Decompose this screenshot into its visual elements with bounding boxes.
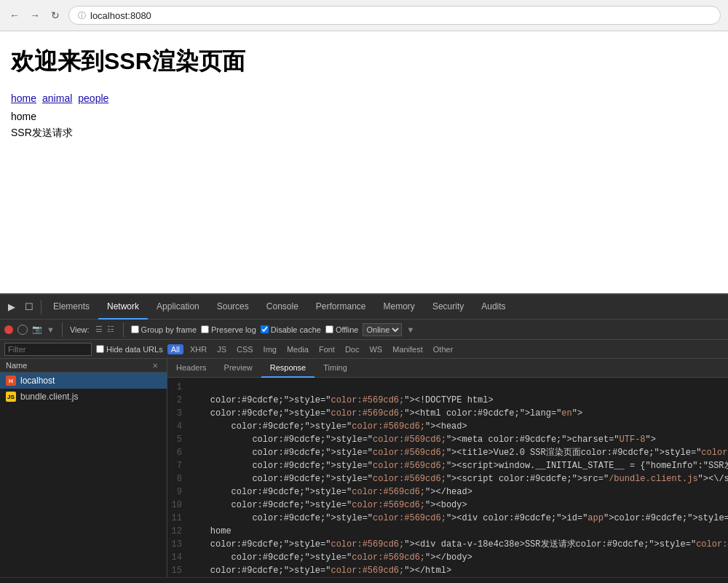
response-tab-headers[interactable]: Headers [167,359,215,378]
cursor-icon-btn[interactable]: ▶ [3,298,20,316]
line-content: color:#9cdcfe;">style="color:#569cd6;"><… [189,485,472,499]
filter-tag-all[interactable]: All [167,344,183,354]
tab-security[interactable]: Security [424,295,472,320]
file-list: Name ✕ H localhost JS bundle.client.js [0,359,167,577]
disable-cache-checkbox[interactable] [261,325,269,333]
code-line: 7 color:#9cdcfe;">style="color:#569cd6;"… [167,459,728,472]
code-line: 13 color:#9cdcfe;">style="color:#569cd6;… [167,538,728,551]
group-by-frame-label[interactable]: Group by frame [131,325,197,334]
filter-tag-img[interactable]: Img [260,344,280,354]
hide-data-urls-checkbox[interactable] [96,345,104,353]
filter-tag-other[interactable]: Other [430,344,457,354]
code-line: 12 home [167,525,728,538]
record-button[interactable] [4,325,13,334]
tab-performance[interactable]: Performance [307,295,375,320]
throttle-select[interactable]: Online [363,323,402,336]
response-tab-timing[interactable]: Timing [314,359,356,378]
filter-tag-media[interactable]: Media [283,344,312,354]
grid-view-btn[interactable]: ☷ [106,323,116,336]
line-number: 7 [167,459,189,472]
toolbar-divider3 [123,322,124,337]
line-content: color:#9cdcfe;">style="color:#569cd6;"><… [189,564,451,577]
line-content: color:#9cdcfe;">style="color:#569cd6;"><… [189,446,728,459]
link-people[interactable]: people [78,92,108,104]
address-bar[interactable]: ⓘ localhost:8080 [68,6,721,25]
line-content: color:#9cdcfe;">style="color:#569cd6;"><… [189,551,472,564]
back-button[interactable]: ← [7,8,22,23]
code-line: 3 color:#9cdcfe;">style="color:#569cd6;"… [167,407,728,420]
group-by-frame-text: Group by frame [141,325,197,334]
html-file-icon: H [6,376,16,386]
disable-cache-text: Disable cache [271,325,321,334]
code-line: 15 color:#9cdcfe;">style="color:#569cd6;… [167,564,728,577]
line-number: 6 [167,446,189,459]
filter-bar: Hide data URLs All XHR JS CSS Img Media … [0,340,728,359]
tab-application[interactable]: Application [148,295,208,320]
list-view-btn[interactable]: ☰ [94,323,104,336]
code-line: 8 color:#9cdcfe;">style="color:#569cd6;"… [167,472,728,485]
tab-audits[interactable]: Audits [472,295,514,320]
network-table: Name ✕ H localhost JS bundle.client.js H… [0,359,728,577]
filter-tag-manifest[interactable]: Manifest [389,344,427,354]
file-item-localhost[interactable]: H localhost [0,373,167,389]
page-text-ssr: SSR发送请求 [11,124,717,140]
clear-button[interactable] [17,325,28,335]
hide-data-urls-label[interactable]: Hide data URLs [96,345,163,354]
tab-elements[interactable]: Elements [44,295,98,320]
line-content: color:#9cdcfe;">style="color:#569cd6;"><… [189,407,582,420]
devtools-toolbar: ▶ ☐ Elements Network Application Sources… [0,295,728,320]
forward-button[interactable]: → [28,8,42,23]
filter-tag-css[interactable]: CSS [233,344,257,354]
line-number: 11 [167,512,189,525]
line-number: 2 [167,394,189,407]
file-name-bundle: bundle.client.js [20,392,78,402]
group-by-frame-checkbox[interactable] [131,325,139,333]
tab-memory[interactable]: Memory [375,295,424,320]
code-line: 5 color:#9cdcfe;">style="color:#569cd6;"… [167,433,728,446]
filter-tags: All XHR JS CSS Img Media Font Doc WS Man… [167,344,457,354]
response-panel: Headers Preview Response Timing 1 2 colo… [167,359,728,577]
filter-tag-doc[interactable]: Doc [341,344,363,354]
preserve-log-checkbox[interactable] [201,325,209,333]
close-column[interactable]: ✕ [152,362,158,370]
response-tab-response[interactable]: Response [261,359,315,378]
code-line: 9 color:#9cdcfe;">style="color:#569cd6;"… [167,485,728,499]
bottom-bar: https://blog.csdn.net/xiaofanguan [0,577,728,583]
filter-tag-xhr[interactable]: XHR [186,344,210,354]
filter-tag-js[interactable]: JS [213,344,230,354]
code-line: 10 color:#9cdcfe;">style="color:#569cd6;… [167,499,728,512]
filter-tag-ws[interactable]: WS [365,344,386,354]
lock-icon: ⓘ [78,10,86,21]
code-line: 2 color:#9cdcfe;">style="color:#569cd6;"… [167,394,728,407]
line-number: 9 [167,485,189,499]
link-home[interactable]: home [11,92,36,104]
line-content: color:#9cdcfe;">style="color:#569cd6;"><… [189,433,656,446]
code-line: 14 color:#9cdcfe;">style="color:#569cd6;… [167,551,728,564]
file-name-localhost: localhost [20,376,55,386]
line-content [189,381,194,394]
link-animal[interactable]: animal [42,92,72,104]
camera-icon: 📷 [32,325,42,334]
filter-tag-font[interactable]: Font [315,344,339,354]
line-number: 5 [167,433,189,446]
refresh-button[interactable]: ↻ [48,8,63,23]
code-line: 4 color:#9cdcfe;">style="color:#569cd6;"… [167,420,728,433]
hide-data-urls-text: Hide data URLs [106,345,163,354]
line-content: color:#9cdcfe;">style="color:#569cd6;"><… [189,512,728,525]
offline-checkbox[interactable] [325,325,333,333]
code-line: 6 color:#9cdcfe;">style="color:#569cd6;"… [167,446,728,459]
tab-sources[interactable]: Sources [208,295,258,320]
line-content: color:#9cdcfe;">style="color:#569cd6;"><… [189,459,728,472]
filter-input[interactable] [4,343,92,356]
response-tab-preview[interactable]: Preview [215,359,261,378]
tab-console[interactable]: Console [258,295,307,320]
network-toolbar: 📷 ▼ View: ☰ ☷ Group by frame Preserve lo… [0,320,728,340]
page-links: home animal people [11,92,717,104]
line-number: 12 [167,525,189,538]
box-icon-btn[interactable]: ☐ [20,298,38,316]
tab-network[interactable]: Network [98,295,148,320]
offline-label[interactable]: Offline [325,325,359,334]
preserve-log-label[interactable]: Preserve log [201,325,256,334]
disable-cache-label[interactable]: Disable cache [261,325,321,334]
file-item-bundle[interactable]: JS bundle.client.js [0,389,167,405]
